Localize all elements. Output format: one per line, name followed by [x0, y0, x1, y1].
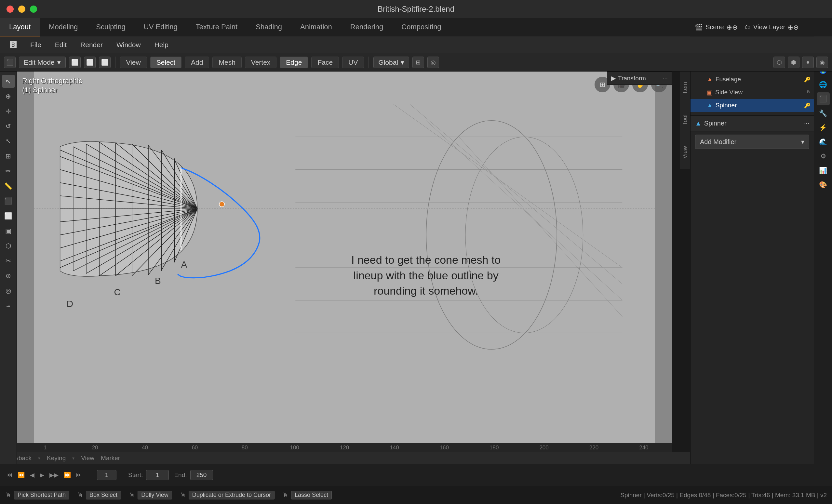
window-controls[interactable]	[6, 5, 37, 13]
current-frame-input[interactable]	[97, 470, 116, 480]
face-btn[interactable]: Face	[311, 57, 339, 68]
loop-cut-tool[interactable]: ⬡	[2, 239, 15, 252]
timeline-prev-keyframe-btn[interactable]: ⏪	[18, 472, 25, 479]
select-tool[interactable]: ↖	[2, 75, 15, 88]
marker-menu[interactable]: Marker	[101, 455, 120, 462]
tab-uv-editing[interactable]: UV Editing	[135, 18, 187, 36]
end-frame-input[interactable]	[190, 470, 213, 480]
box-select-key: Box Select	[86, 491, 121, 500]
add-btn[interactable]: Add	[185, 57, 209, 68]
shading-solid-icon[interactable]: ⬢	[788, 57, 800, 68]
file-menu[interactable]: File	[24, 39, 47, 51]
frame-num-220: 220	[569, 445, 619, 451]
shading-wire-icon[interactable]: ⬡	[774, 57, 785, 68]
xray-icon[interactable]: ⬜	[99, 57, 111, 68]
cursor-tool[interactable]: ⊕	[2, 90, 15, 103]
shading-render-icon[interactable]: ◉	[816, 57, 828, 68]
timeline-last-frame-btn[interactable]: ⏭	[76, 472, 82, 478]
mode-selector[interactable]: Edit Mode ▾	[19, 57, 66, 68]
transform-tool[interactable]: ⊞	[2, 150, 15, 163]
keying-menu[interactable]: Keying	[47, 455, 66, 462]
modifier-properties-icon[interactable]: 🔧	[817, 107, 830, 120]
cube-add-tool[interactable]: ⬛	[2, 194, 15, 208]
timeline: ⏮ ⏪ ◀ ▶ ▶▶ ⏩ ⏭ Start: End:	[0, 464, 832, 486]
timeline-first-frame-btn[interactable]: ⏮	[6, 472, 12, 478]
material-properties-icon[interactable]: 🎨	[817, 178, 830, 191]
constraints-properties-icon[interactable]: ⚙	[817, 150, 830, 163]
measure-tool[interactable]: 📏	[2, 180, 15, 192]
physics-properties-icon[interactable]: 🌊	[817, 135, 830, 148]
tab-animation[interactable]: Animation	[291, 18, 341, 36]
smooth-tool[interactable]: ≈	[2, 299, 15, 312]
proportional-edit-icon[interactable]: ◎	[427, 57, 439, 68]
extrude-tool[interactable]: ⊕	[2, 269, 15, 282]
world-properties-icon[interactable]: 🌐	[817, 78, 830, 91]
item-label[interactable]: Item	[680, 80, 690, 95]
annotate-tool[interactable]: ✏	[2, 164, 15, 178]
render-menu[interactable]: Render	[75, 39, 109, 51]
tab-layout[interactable]: Layout	[0, 18, 40, 36]
snap-icon[interactable]: ⊞	[412, 57, 424, 68]
view-btn[interactable]: View	[120, 57, 147, 68]
vertex-btn[interactable]: Vertex	[245, 57, 277, 68]
tab-shading[interactable]: Shading	[246, 18, 291, 36]
inset-tool[interactable]: ⬜	[2, 209, 15, 222]
knife-tool[interactable]: ✂	[2, 254, 15, 267]
move-tool[interactable]: ✛	[2, 105, 15, 118]
outliner-spinner[interactable]: ▲ Spinner 🔑	[691, 99, 814, 112]
rotate-tool[interactable]: ↺	[2, 120, 15, 133]
tab-compositing[interactable]: Compositing	[392, 18, 450, 36]
props-options-icon[interactable]: ⋯	[804, 120, 809, 127]
maximize-button[interactable]	[30, 5, 37, 13]
spinner-label: Spinner	[716, 102, 737, 109]
main-viewport[interactable]: A B C D Right Orthographic (1) Spinner I…	[17, 72, 672, 464]
tab-modeling[interactable]: Modeling	[40, 18, 87, 36]
scene-selector[interactable]: 🎬 Scene ⊕⊖	[695, 23, 738, 31]
side-view-visibility-icon[interactable]: 👁	[805, 89, 810, 95]
uv-btn[interactable]: UV	[342, 57, 364, 68]
timeline-prev-frame-btn[interactable]: ◀	[30, 472, 34, 479]
tab-sculpting[interactable]: Sculpting	[87, 18, 135, 36]
view-menu[interactable]: View	[81, 455, 94, 462]
transform-title: Transform	[618, 75, 646, 82]
fuselage-visibility-icon[interactable]: 🔑	[804, 76, 810, 83]
select-btn[interactable]: Select	[150, 57, 181, 68]
start-frame-input[interactable]	[146, 470, 169, 480]
blender-menu[interactable]: 🅱	[4, 39, 22, 51]
shading-material-icon[interactable]: ●	[802, 57, 814, 68]
close-button[interactable]	[6, 5, 14, 13]
data-properties-icon[interactable]: 📊	[817, 164, 830, 177]
transform-options-icon[interactable]: ⋯	[662, 75, 668, 81]
shrink-tool[interactable]: ◎	[2, 284, 15, 297]
help-menu[interactable]: Help	[149, 39, 174, 51]
spinner-visibility-icon[interactable]: 🔑	[804, 102, 810, 109]
view-layer-selector[interactable]: 🗂 View Layer ⊕⊖	[744, 23, 799, 31]
timeline-next-frame-btn[interactable]: ▶▶	[49, 472, 58, 479]
scale-tool[interactable]: ⤡	[2, 135, 15, 148]
object-properties-icon[interactable]: ⬛	[817, 92, 830, 105]
edit-menu[interactable]: Edit	[49, 39, 73, 51]
overlay-icon[interactable]: ⬜	[84, 57, 96, 68]
viewport-text-annotation: I need to get the cone mesh to lineup wi…	[345, 252, 508, 299]
mesh-display-icon[interactable]: ⬜	[69, 57, 81, 68]
status-pick-shortest: 🖱 Pick Shortest Path	[5, 491, 69, 500]
add-modifier-button[interactable]: Add Modifier ▾	[695, 135, 809, 149]
bevel-tool[interactable]: ▣	[2, 224, 15, 237]
tab-texture-paint[interactable]: Texture Paint	[187, 18, 246, 36]
tab-rendering[interactable]: Rendering	[341, 18, 393, 36]
view-label[interactable]: View	[680, 144, 690, 161]
viewport-selector-icon[interactable]: ⬛	[4, 57, 16, 68]
edge-btn[interactable]: Edge	[280, 57, 308, 68]
transform-selector[interactable]: Global ▾	[373, 57, 409, 68]
window-menu[interactable]: Window	[111, 39, 147, 51]
viewport-label: Right Orthographic	[22, 77, 82, 85]
status-lasso-select: 🖱 Lasso Select	[282, 491, 332, 500]
tool-label[interactable]: Tool	[680, 112, 690, 127]
minimize-button[interactable]	[18, 5, 25, 13]
outliner-fuselage[interactable]: ▲ Fuselage 🔑	[691, 73, 814, 86]
outliner-side-view[interactable]: ▣ Side View 👁	[691, 86, 814, 99]
timeline-next-keyframe-btn[interactable]: ⏩	[64, 472, 71, 479]
mesh-btn[interactable]: Mesh	[212, 57, 241, 68]
timeline-play-btn[interactable]: ▶	[40, 472, 44, 479]
particles-properties-icon[interactable]: ⚡	[817, 121, 830, 134]
